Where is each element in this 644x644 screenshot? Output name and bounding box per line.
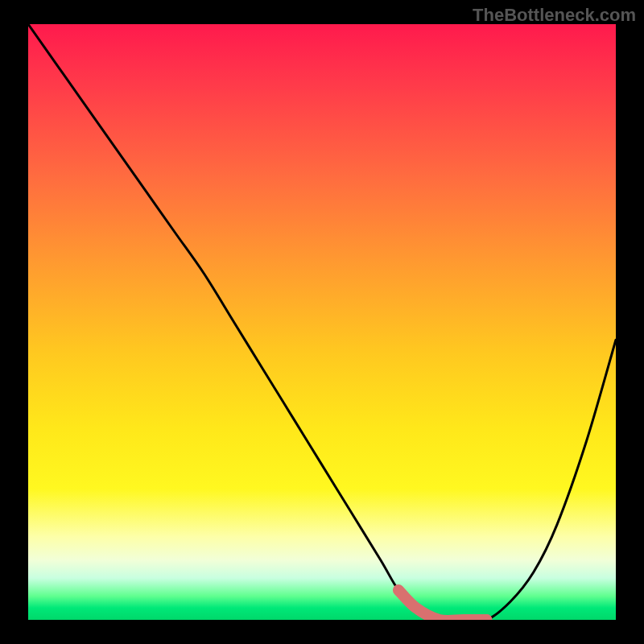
highlight-segment (398, 590, 487, 620)
bottleneck-curve-path (28, 24, 616, 620)
chart-area (28, 24, 616, 620)
curve-svg (28, 24, 616, 620)
watermark-text: TheBottleneck.com (473, 5, 636, 26)
